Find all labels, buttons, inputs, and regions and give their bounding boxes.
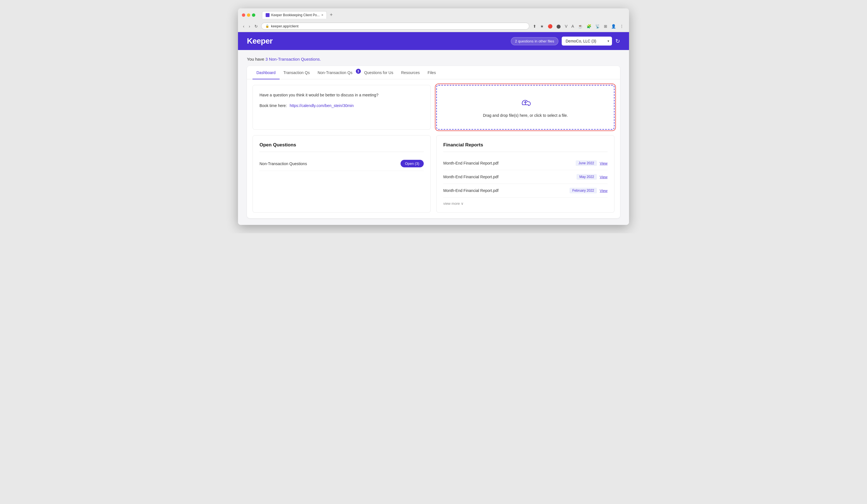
tab-questions-for-us[interactable]: Questions for Us — [360, 66, 397, 79]
forward-button[interactable]: › — [248, 23, 251, 30]
tab-transaction-qs[interactable]: Transaction Qs — [280, 66, 314, 79]
extension-button-5[interactable]: ☕ — [577, 23, 584, 30]
tab-close-button[interactable]: × — [321, 13, 323, 17]
tab-dashboard[interactable]: Dashboard — [253, 66, 280, 79]
question-row-non-transaction: Non-Transaction Questions Open (3) — [259, 157, 424, 171]
report-badge-feb: February 2022 — [569, 188, 597, 193]
upload-cloud-icon — [519, 97, 532, 110]
meeting-card-link[interactable]: https://calendly.com/ben_stein/30min — [290, 103, 354, 108]
view-link-may[interactable]: View — [600, 175, 608, 179]
extension-button-4[interactable]: A — [570, 23, 575, 30]
maximize-button[interactable] — [252, 13, 255, 17]
report-name-may: Month-End Financial Report.pdf — [443, 175, 574, 179]
share-button[interactable]: ⬆ — [532, 23, 538, 30]
browser-window: Keeper Bookkeeping Client Po... × + ‹ › … — [238, 8, 629, 225]
address-bar[interactable]: 🔒 keeper.app/client — [261, 23, 529, 30]
address-bar-row: ‹ › ↻ 🔒 keeper.app/client ⬆ ★ 🔴 ⬤ V A ☕ … — [242, 21, 625, 32]
financial-reports-card: Financial Reports Month-End Financial Re… — [436, 135, 614, 213]
non-transaction-link[interactable]: 3 Non-Transaction Questions. — [265, 57, 321, 62]
view-link-june[interactable]: View — [600, 161, 608, 165]
extensions-puzzle-button[interactable]: 🧩 — [585, 23, 593, 30]
upload-zone-text: Drag and drop file(s) here, or click to … — [483, 113, 568, 118]
minimize-button[interactable] — [247, 13, 250, 17]
open-questions-title: Open Questions — [259, 142, 424, 152]
extension-button-3[interactable]: V — [564, 23, 569, 30]
report-row-may: Month-End Financial Report.pdf May 2022 … — [443, 170, 608, 184]
lower-grid: Open Questions Non-Transaction Questions… — [247, 135, 620, 218]
refresh-button[interactable]: ↻ — [253, 23, 259, 30]
browser-action-buttons: ⬆ ★ 🔴 ⬤ V A ☕ 🧩 📡 ⊞ 👤 ⋮ — [532, 23, 625, 30]
profile-button[interactable]: 👤 — [610, 23, 617, 30]
meeting-card: Have a question you think it would be be… — [253, 85, 431, 130]
sidebar-button[interactable]: ⊞ — [602, 23, 609, 30]
tab-non-transaction-qs-label: Non-Transaction Qs — [318, 71, 353, 75]
question-label: Non-Transaction Questions — [259, 161, 307, 166]
view-link-feb[interactable]: View — [600, 189, 608, 193]
active-tab[interactable]: Keeper Bookkeeping Client Po... × — [262, 11, 327, 19]
meeting-card-line1: Have a question you think it would be be… — [259, 92, 424, 99]
app-content: You have 3 Non-Transaction Questions. Da… — [238, 50, 629, 225]
bookmark-button[interactable]: ★ — [539, 23, 545, 30]
view-more-button[interactable]: view more ∨ — [443, 197, 608, 206]
extension-button-2[interactable]: ⬤ — [555, 23, 562, 30]
report-row-june: Month-End Financial Report.pdf June 2022… — [443, 157, 608, 170]
tab-resources-label: Resources — [401, 71, 420, 75]
tab-questions-for-us-label: Questions for Us — [364, 71, 393, 75]
traffic-lights — [242, 13, 255, 17]
report-badge-may: May 2022 — [577, 174, 597, 180]
company-dropdown[interactable]: DemoCo, LLC (3) — [562, 36, 612, 45]
tab-favicon — [266, 13, 269, 17]
address-text: keeper.app/client — [271, 24, 298, 28]
report-row-feb: Month-End Financial Report.pdf February … — [443, 184, 608, 197]
tab-files-label: Files — [428, 71, 436, 75]
company-dropdown-wrapper: DemoCo, LLC (3) ▾ — [562, 36, 612, 45]
meeting-card-book-label: Book time here: — [259, 103, 287, 108]
new-tab-button[interactable]: + — [328, 11, 334, 19]
tab-bar: Keeper Bookkeeping Client Po... × + — [262, 11, 334, 19]
app-header: Keeper 2 questions in other files DemoCo… — [238, 32, 629, 50]
report-name-feb: Month-End Financial Report.pdf — [443, 188, 567, 193]
content-grid: Have a question you think it would be be… — [247, 79, 620, 135]
open-badge[interactable]: Open (3) — [400, 160, 424, 167]
app-logo: Keeper — [247, 36, 272, 45]
main-card: Dashboard Transaction Qs Non-Transaction… — [247, 66, 620, 218]
financial-reports-title: Financial Reports — [443, 142, 608, 152]
back-button[interactable]: ‹ — [242, 23, 246, 30]
questions-other-files-badge[interactable]: 2 questions in other files — [511, 37, 558, 45]
notice-prefix: You have — [247, 57, 265, 62]
tab-files[interactable]: Files — [424, 66, 440, 79]
browser-titlebar: Keeper Bookkeeping Client Po... × + ‹ › … — [238, 8, 629, 32]
non-transaction-notice: You have 3 Non-Transaction Questions. — [247, 57, 620, 62]
tab-dashboard-label: Dashboard — [256, 71, 276, 75]
close-button[interactable] — [242, 13, 245, 17]
report-name-june: Month-End Financial Report.pdf — [443, 161, 573, 165]
tab-non-transaction-qs[interactable]: Non-Transaction Qs 3 — [314, 66, 360, 79]
header-right: 2 questions in other files DemoCo, LLC (… — [511, 36, 620, 45]
extension-button-1[interactable]: 🔴 — [546, 23, 554, 30]
cast-button[interactable]: 📡 — [594, 23, 601, 30]
header-refresh-button[interactable]: ↻ — [616, 38, 620, 44]
tab-title-text: Keeper Bookkeeping Client Po... — [271, 13, 320, 17]
lock-icon: 🔒 — [265, 24, 269, 28]
more-button[interactable]: ⋮ — [618, 23, 625, 30]
meeting-card-line2-wrap: Book time here: https://calendly.com/ben… — [259, 103, 424, 109]
tabs-row: Dashboard Transaction Qs Non-Transaction… — [247, 66, 620, 79]
report-badge-june: June 2022 — [576, 160, 597, 166]
tab-resources[interactable]: Resources — [397, 66, 424, 79]
open-questions-card: Open Questions Non-Transaction Questions… — [253, 135, 431, 213]
tab-transaction-qs-label: Transaction Qs — [283, 71, 310, 75]
upload-zone[interactable]: Drag and drop file(s) here, or click to … — [436, 85, 614, 130]
